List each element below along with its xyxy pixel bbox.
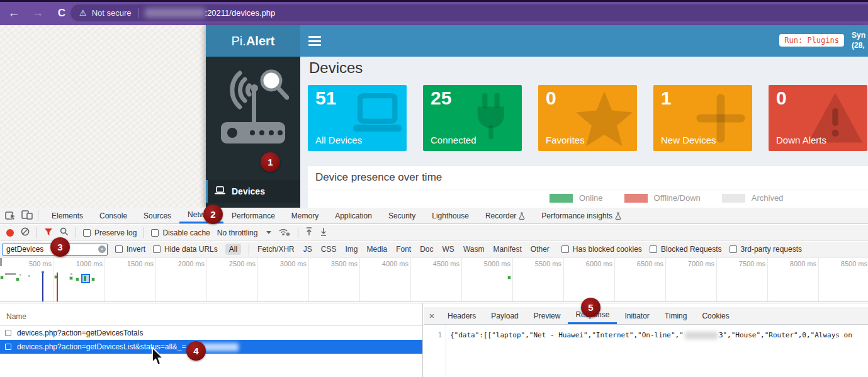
forward-icon[interactable]: → [30,6,45,21]
filter-type-font[interactable]: Font [395,244,412,255]
tab-payload[interactable]: Payload [483,307,526,324]
reload-icon[interactable]: C [54,6,69,21]
blocked-cookies-toggle[interactable]: Has blocked cookies [561,245,642,254]
preserve-log-label: Preserve log [94,228,137,237]
disable-cache-checkbox[interactable] [151,229,159,237]
tab-console[interactable]: Console [91,208,135,223]
blocked-requests-checkbox[interactable] [650,245,657,253]
network-conditions-icon[interactable] [278,227,291,239]
preserve-log-checkbox[interactable] [83,229,91,237]
card-down-alerts[interactable]: 0 Down Alerts [769,85,867,151]
card-value: 51 [315,87,336,109]
hide-data-urls-toggle[interactable]: Hide data URLs [153,245,218,254]
network-filter-bar: × Invert Hide data URLs All Fetch/XHR JS… [0,242,868,257]
invert-toggle[interactable]: Invert [115,245,145,254]
timeline-grid: 500 ms 1000 ms 1500 ms 2000 ms 2500 ms 3… [3,258,868,301]
screenshot-root: ← → C ⚠ Not secure :20211/devices.php Pi… [0,0,868,377]
pialert-header: Pi.Alert Run: Plugins Syn (28, [206,25,868,57]
request-dot [1,276,3,279]
blocked-cookies-checkbox[interactable] [561,245,569,253]
card-favorites[interactable]: 0 Favorites [538,85,637,151]
tab-application[interactable]: Application [327,208,380,223]
filter-type-wasm[interactable]: Wasm [463,244,485,255]
request-row[interactable]: devices.php?action=getDevicesTotals [0,326,422,340]
card-all-devices[interactable]: 51 All Devices [308,85,407,151]
clear-filter-icon[interactable]: × [98,245,106,253]
tab-sources[interactable]: Sources [135,208,179,223]
tab-cookies[interactable]: Cookies [694,307,736,324]
tab-label: Sources [144,211,171,220]
clear-icon[interactable] [21,227,30,238]
filter-type-media[interactable]: Media [366,244,388,255]
tab-performance[interactable]: Performance [223,208,283,223]
timeline-tick: 4000 ms [360,258,411,301]
sidebar-item-devices[interactable]: Devices [206,180,300,203]
request-row-selected[interactable]: devices.php?action=getDevicesList&status… [0,340,422,354]
filter-icon[interactable] [44,228,53,238]
filter-type-js[interactable]: JS [303,244,313,255]
pialert-logo[interactable]: Pi.Alert [206,25,300,57]
chevron-down-icon [266,231,271,234]
timeline-tick: 2500 ms [207,258,258,301]
sync-status: Syn (28, [852,30,868,50]
tab-headers[interactable]: Headers [440,307,483,324]
third-party-toggle[interactable]: 3rd-party requests [730,245,802,254]
page-title: Devices [309,59,363,77]
experiment-flask-icon [615,212,621,220]
card-new-devices[interactable]: 1 New Devices [653,85,752,151]
response-viewer[interactable]: 1 {"data":[["laptop","Net - Huawei","Int… [424,325,868,377]
tab-security[interactable]: Security [380,208,424,223]
throttling-dropdown[interactable]: No throttling [217,228,272,237]
filter-type-img[interactable]: Img [344,244,358,255]
request-checkbox[interactable] [5,330,11,336]
third-party-checkbox[interactable] [730,245,737,253]
disable-cache-toggle[interactable]: Disable cache [151,228,210,237]
address-bar[interactable]: ⚠ Not secure :20211/devices.php [70,4,868,21]
url-text: :20211/devices.php [205,8,276,18]
filter-type-doc[interactable]: Doc [419,244,434,255]
export-har-icon[interactable] [320,227,327,238]
response-text-pre: {"data":[["laptop","Net - Huawei","Inter… [450,331,684,339]
tab-label: Recorder [485,211,516,220]
inspect-element-icon[interactable] [5,210,16,222]
desktop-background [0,25,206,208]
run-plugins-button[interactable]: Run: Plugins [779,34,844,47]
tab-timing[interactable]: Timing [657,307,695,324]
filter-type-css[interactable]: CSS [320,244,337,255]
import-har-icon[interactable] [305,227,313,238]
request-bar [5,273,16,275]
tab-label: Memory [291,211,318,220]
preserve-log-toggle[interactable]: Preserve log [83,228,137,237]
tab-performance-insights[interactable]: Performance insights [533,208,629,223]
legend-label-offline: Offline/Down [654,193,701,203]
device-toolbar-icon[interactable] [21,210,33,222]
filter-type-all[interactable]: All [225,244,241,255]
tab-memory[interactable]: Memory [283,208,327,223]
invert-checkbox[interactable] [115,245,123,253]
tab-recorder[interactable]: Recorder [477,208,533,223]
blocked-cookies-label: Has blocked cookies [573,245,642,254]
close-icon[interactable]: × [424,307,440,324]
tab-label: Performance insights [541,211,612,220]
blocked-requests-toggle[interactable]: Blocked Requests [650,245,722,254]
search-icon[interactable] [60,227,69,238]
network-overview-timeline[interactable]: 500 ms 1000 ms 1500 ms 2000 ms 2500 ms 3… [0,258,868,302]
tab-lighthouse[interactable]: Lighthouse [424,208,477,223]
filter-type-manifest[interactable]: Manifest [492,244,522,255]
tab-initiator[interactable]: Initiator [617,307,657,324]
back-icon[interactable]: ← [6,6,21,21]
hide-data-urls-checkbox[interactable] [153,245,161,253]
hamburger-icon[interactable] [308,36,321,46]
filter-type-other[interactable]: Other [530,244,550,255]
filter-type-fetch-xhr[interactable]: Fetch/XHR [257,244,295,255]
main-content: Devices 51 All Devices 25 Connected [300,57,868,208]
filter-type-ws[interactable]: WS [442,244,455,255]
requests-name-header[interactable]: Name [0,307,422,326]
selected-request-marker[interactable] [81,274,90,283]
request-checkbox[interactable] [5,344,11,350]
record-button[interactable] [6,229,14,237]
tab-elements[interactable]: Elements [43,208,91,223]
tab-preview[interactable]: Preview [526,307,568,324]
card-connected[interactable]: 25 Connected [423,85,522,151]
warning-icon: ⚠ [79,8,87,18]
